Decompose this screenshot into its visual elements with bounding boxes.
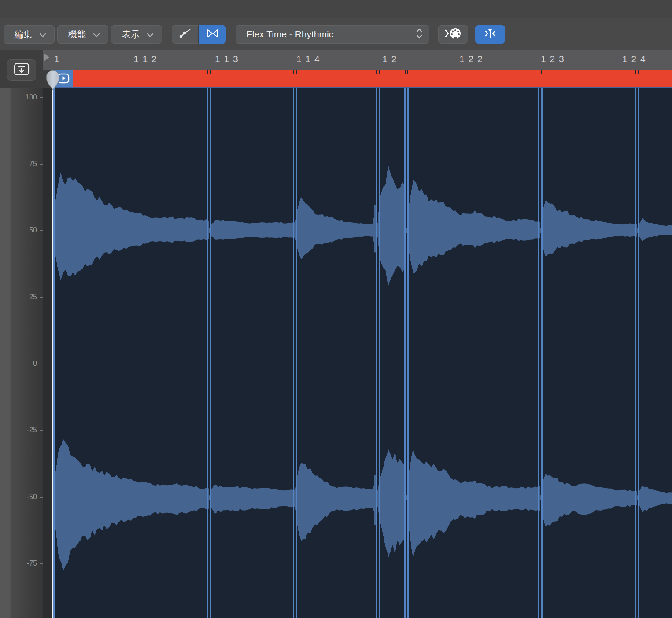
- flex-marker-tick[interactable]: [293, 70, 294, 74]
- region-bottom-border: [53, 87, 672, 88]
- beat-ruler[interactable]: 11 1 21 1 31 1 41 21 2 21 2 31 2 4: [43, 50, 672, 70]
- flex-marker-tick[interactable]: [407, 70, 408, 74]
- edit-menu-button[interactable]: 編集: [4, 25, 55, 44]
- playhead-ruler-arrow: [44, 53, 49, 62]
- midi-in-button[interactable]: [438, 25, 468, 44]
- ruler-beat-label: 1 2 3: [541, 54, 565, 64]
- chevron-down-icon: [93, 29, 100, 40]
- up-down-chevrons-icon: [416, 28, 423, 41]
- ruler-beat-label: 1 2: [382, 54, 397, 64]
- catch-playhead-icon: [484, 28, 497, 41]
- scale-tick-label: 75: [29, 160, 37, 168]
- midi-in-icon: [444, 27, 462, 42]
- playhead-ruler-line: [52, 50, 52, 70]
- functions-menu-label: 機能: [68, 29, 86, 40]
- scale-tick-label: -25: [27, 426, 37, 434]
- ruler-row: 11 1 21 1 31 1 41 21 2 21 2 31 2 4: [0, 50, 672, 70]
- automation-pointer-icon: [179, 29, 192, 40]
- scale-tick: -75: [0, 559, 43, 568]
- flex-marker-tick[interactable]: [405, 70, 406, 74]
- view-menu-label: 表示: [122, 29, 140, 40]
- chevron-down-icon: [39, 29, 46, 40]
- functions-menu-button[interactable]: 機能: [57, 25, 108, 44]
- flex-marker-tick[interactable]: [379, 70, 380, 74]
- flex-marker-tick[interactable]: [376, 70, 377, 74]
- ruler-beat-label: 1 2 2: [459, 54, 483, 64]
- waveform-canvas[interactable]: [52, 88, 672, 618]
- scale-tick: 50: [0, 226, 43, 235]
- scale-tick-label: 0: [33, 360, 37, 368]
- ruler-beat-label: 1 1 2: [133, 54, 157, 64]
- flex-marker-tick[interactable]: [539, 70, 539, 74]
- view-menu-button[interactable]: 表示: [111, 25, 162, 44]
- local-inspector-button[interactable]: [7, 59, 36, 81]
- flex-marker-tick[interactable]: [638, 70, 639, 74]
- scale-divider: [43, 88, 52, 618]
- flex-tool-button[interactable]: [199, 25, 226, 44]
- zero-line-tick: [43, 364, 52, 364]
- catch-playhead-button[interactable]: [475, 25, 505, 44]
- flex-marker-tick[interactable]: [296, 70, 297, 74]
- scale-tick-label: 50: [29, 226, 37, 234]
- ruler-beat-label: 1 1 4: [296, 54, 320, 64]
- ruler-beat-label: 1: [54, 54, 60, 64]
- scale-tick: -25: [0, 426, 43, 435]
- playhead-marker[interactable]: [44, 69, 61, 91]
- flex-mode-select[interactable]: Flex Time - Rhythmic: [236, 25, 429, 44]
- ruler-beat-label: 1 1 3: [215, 54, 239, 64]
- flex-marker-tick[interactable]: [207, 70, 208, 74]
- ruler-beat-label: 1 2 4: [622, 54, 646, 64]
- scale-tick: -50: [0, 493, 43, 502]
- flex-icon: [207, 29, 219, 40]
- scale-tick-label: 25: [29, 293, 37, 301]
- scale-tick: 100: [0, 93, 43, 102]
- chevron-down-icon: [147, 29, 154, 40]
- scale-tick: 75: [0, 160, 43, 169]
- flex-mode-value: Flex Time - Rhythmic: [247, 29, 333, 40]
- scale-tick: 0: [0, 360, 43, 368]
- region-row: [0, 70, 672, 88]
- flex-marker-tick[interactable]: [635, 70, 636, 74]
- pointer-tool-button[interactable]: [172, 25, 199, 44]
- editor-toolbar: 編集 機能 表示: [0, 18, 672, 51]
- window-chrome: [0, 0, 672, 18]
- scale-tick: 25: [0, 293, 43, 302]
- region-header[interactable]: [53, 70, 672, 88]
- edit-menu-label: 編集: [15, 29, 32, 40]
- editor-main: 1007550250-25-50-75: [0, 88, 672, 618]
- amplitude-scale: 1007550250-25-50-75: [0, 88, 43, 618]
- scale-tick-label: 100: [25, 93, 37, 101]
- playhead[interactable]: [52, 70, 53, 618]
- flex-marker-tick[interactable]: [210, 70, 211, 74]
- waveform-display[interactable]: [52, 88, 672, 618]
- window-download-icon: [14, 63, 30, 77]
- flex-marker-tick[interactable]: [541, 70, 542, 74]
- flex-time-editor: 編集 機能 表示: [0, 0, 672, 618]
- scale-tick-label: -75: [27, 559, 37, 567]
- scale-tick-label: -50: [27, 493, 37, 501]
